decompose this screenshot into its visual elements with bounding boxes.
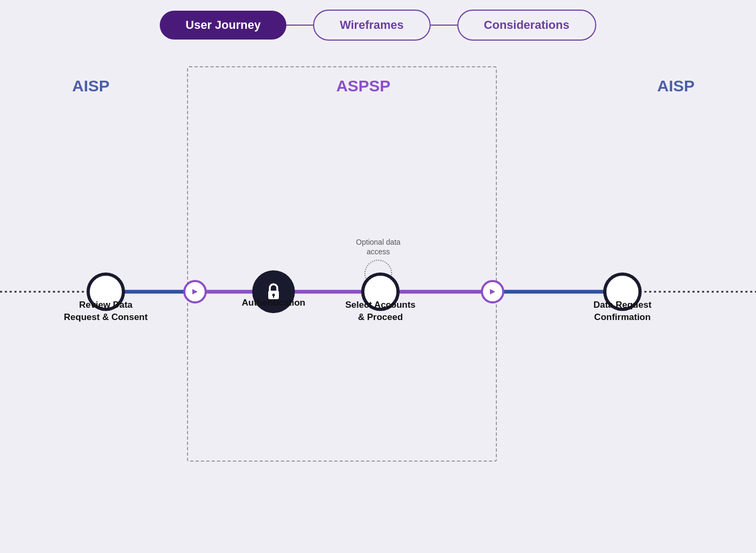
- node-review: Review DataRequest & Consent: [87, 272, 125, 311]
- node-confirmation: Data RequestConfirmation: [603, 272, 642, 311]
- tab-wireframes[interactable]: Wireframes: [313, 10, 431, 41]
- node-transition-out: [481, 280, 504, 303]
- circle-transition-out: [481, 280, 504, 303]
- aspsp-boundary-box: [187, 66, 497, 462]
- label-review: Review DataRequest & Consent: [63, 299, 149, 324]
- circle-transition-in: [183, 280, 207, 303]
- tab-user-journey[interactable]: User Journey: [160, 11, 286, 40]
- top-navigation: User Journey Wireframes Considerations: [0, 0, 756, 50]
- section-label-aspsp: ASPSP: [283, 77, 443, 95]
- node-authentication: Authentication: [252, 270, 295, 313]
- node-transition-in: [183, 280, 207, 303]
- node-select-accounts: Select Accounts& Proceed: [361, 272, 400, 311]
- svg-marker-8: [192, 289, 198, 294]
- section-label-aisp-left: AISP: [32, 77, 150, 95]
- label-select-accounts: Select Accounts& Proceed: [338, 299, 423, 324]
- nav-connector-2: [431, 25, 457, 26]
- svg-point-10: [272, 294, 275, 297]
- section-label-aisp-right: AISP: [628, 77, 724, 95]
- label-confirmation: Data RequestConfirmation: [580, 299, 665, 324]
- optional-label-text: Optional data access: [352, 237, 405, 256]
- tab-considerations[interactable]: Considerations: [457, 10, 596, 41]
- svg-marker-12: [490, 289, 495, 294]
- nav-connector-1: [286, 25, 313, 26]
- label-authentication: Authentication: [231, 297, 316, 309]
- diagram-area: AISP ASPSP AISP Review DataRequest & Con…: [0, 61, 756, 542]
